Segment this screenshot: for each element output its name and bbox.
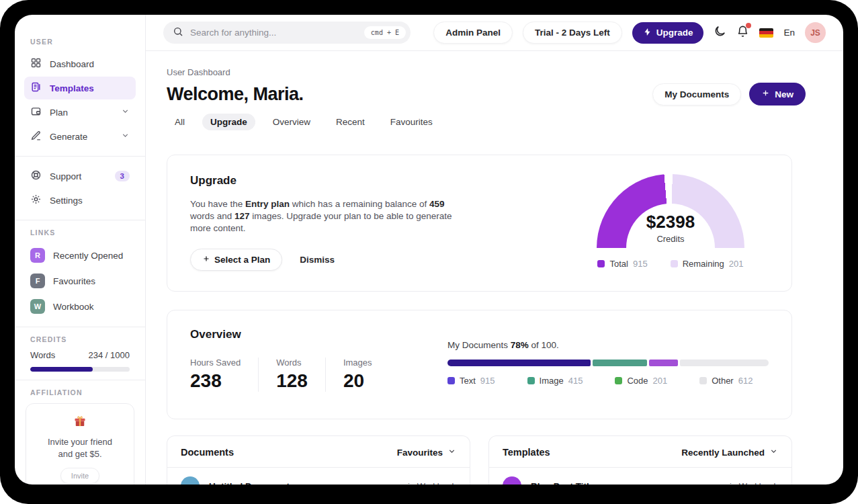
tab-upgrade[interactable]: Upgrade xyxy=(202,114,255,130)
sidebar-divider xyxy=(15,380,145,380)
upgrade-button[interactable]: Upgrade xyxy=(632,22,704,44)
select-plan-label: Select a Plan xyxy=(214,255,270,265)
chevron-down-icon xyxy=(447,447,456,458)
lightning-bolt-icon xyxy=(643,28,652,38)
sidebar-item-label: Favourites xyxy=(53,276,95,286)
sidebar-link-favourites[interactable]: F Favourites xyxy=(24,269,136,293)
legend-swatch xyxy=(447,377,455,384)
app-window: USER Dashboard Templates Plan xyxy=(15,15,843,485)
templates-card-title: Templates xyxy=(503,447,550,458)
pencil-icon xyxy=(30,130,42,143)
legend-swatch xyxy=(527,377,535,384)
search-input[interactable] xyxy=(190,28,357,38)
documents-progress-text: My Documents 78% of 100. xyxy=(447,340,769,350)
search-bar[interactable]: cmd + E xyxy=(163,22,411,44)
language-selector[interactable]: En xyxy=(783,28,795,38)
link-initial-badge: W xyxy=(30,299,45,314)
stacked-progress-bar xyxy=(447,360,769,366)
germany-flag-icon[interactable] xyxy=(759,28,773,38)
legend-item-code: Code 201 xyxy=(615,376,667,386)
sidebar-item-templates[interactable]: Templates xyxy=(24,77,136,99)
sidebar-item-plan[interactable]: Plan xyxy=(24,101,136,124)
sidebar: USER Dashboard Templates Plan xyxy=(15,15,146,485)
dashboard-grid-icon xyxy=(30,57,42,71)
select-plan-button[interactable]: Select a Plan xyxy=(190,249,282,271)
bar-segment-image xyxy=(593,360,647,366)
sidebar-item-label: Plan xyxy=(50,108,68,118)
sidebar-item-support[interactable]: Support 3 xyxy=(24,165,136,187)
sidebar-section-credits: CREDITS xyxy=(30,335,130,343)
gauge-chart: $2398 Credits xyxy=(597,174,744,249)
stat-hours-saved: Hours Saved 238 xyxy=(190,358,258,392)
documents-card: Documents Favourites Untitled Document xyxy=(167,435,470,485)
overview-card: Overview Hours Saved 238 Words 128 xyxy=(167,310,792,419)
credits-words-value: 234 / 1000 xyxy=(89,350,130,360)
my-documents-button[interactable]: My Documents xyxy=(652,83,741,106)
new-button[interactable]: New xyxy=(749,83,806,106)
lifebuoy-icon xyxy=(30,169,42,183)
plus-icon xyxy=(761,89,770,99)
tab-recent[interactable]: Recent xyxy=(328,114,373,130)
admin-panel-button[interactable]: Admin Panel xyxy=(433,22,513,44)
sidebar-divider xyxy=(15,220,145,220)
link-initial-badge: F xyxy=(30,274,45,288)
document-list-item[interactable]: Untitled Document in Workbook xyxy=(167,468,470,485)
stat-words: Words 128 xyxy=(258,358,325,392)
breadcrumb: User Dashboard xyxy=(167,67,806,77)
tab-favourites[interactable]: Favourites xyxy=(382,114,441,130)
bar-legend: Text 915 Image 415 Code 20 xyxy=(447,376,769,386)
overview-card-title: Overview xyxy=(190,328,447,341)
documents-card-title: Documents xyxy=(181,447,234,458)
gear-icon xyxy=(30,194,42,207)
legend-item-image: Image 415 xyxy=(527,376,583,386)
templates-card: Templates Recently Launched Blog Post Ti… xyxy=(488,435,792,485)
sidebar-item-label: Dashboard xyxy=(50,59,94,69)
search-shortcut-hint: cmd + E xyxy=(364,26,406,39)
affiliation-card: Invite your friend and get $5. Invite xyxy=(26,403,134,485)
sidebar-item-label: Generate xyxy=(50,132,87,142)
legend-item-total: Total 915 xyxy=(597,259,647,269)
link-initial-badge: R xyxy=(30,248,45,263)
chevron-down-icon xyxy=(769,447,778,458)
search-icon xyxy=(173,26,183,40)
sidebar-link-recently-opened[interactable]: R Recently Opened xyxy=(24,243,136,267)
tab-overview[interactable]: Overview xyxy=(265,114,318,130)
topbar: cmd + E Admin Panel Trial - 2 Days Left … xyxy=(146,15,843,51)
template-list-item[interactable]: Blog Post Title in Workbook xyxy=(489,468,791,485)
sidebar-item-label: Settings xyxy=(50,196,83,206)
trial-status-button[interactable]: Trial - 2 Days Left xyxy=(523,22,622,44)
sidebar-item-settings[interactable]: Settings xyxy=(24,189,136,212)
upgrade-button-label: Upgrade xyxy=(656,28,693,38)
user-avatar[interactable]: JS xyxy=(805,22,826,43)
plus-icon xyxy=(202,255,210,265)
credits-gauge: $2398 Credits Total 915 xyxy=(590,174,751,271)
documents-filter-dropdown[interactable]: Favourites xyxy=(397,447,456,458)
sidebar-section-user: USER xyxy=(30,38,130,46)
stat-images: Images 20 xyxy=(325,358,390,392)
notifications-button[interactable] xyxy=(736,25,749,40)
upgrade-card-body: You have the Entry plan which has a rema… xyxy=(190,198,464,234)
bottom-cards-row: Documents Favourites Untitled Document xyxy=(167,435,792,485)
invite-button[interactable]: Invite xyxy=(60,468,99,484)
legend-item-remaining: Remaining 201 xyxy=(671,259,744,269)
sidebar-link-workbook[interactable]: W Workbook xyxy=(24,294,136,319)
bar-segment-text xyxy=(447,360,591,366)
sidebar-section-affiliation: AFFILIATION xyxy=(30,388,130,396)
legend-swatch xyxy=(671,260,678,267)
gauge-center-value: $2398 xyxy=(597,212,744,233)
legend-item-other: Other 612 xyxy=(699,376,753,386)
overview-stats-block: Overview Hours Saved 238 Words 128 xyxy=(190,328,447,398)
sidebar-item-dashboard[interactable]: Dashboard xyxy=(24,52,136,75)
gift-icon xyxy=(73,419,87,430)
sidebar-item-generate[interactable]: Generate xyxy=(24,125,136,148)
sidebar-divider xyxy=(15,327,145,327)
tab-all[interactable]: All xyxy=(167,114,193,130)
legend-item-text: Text 915 xyxy=(447,376,495,386)
templates-document-icon xyxy=(30,81,42,95)
sidebar-section-links: LINKS xyxy=(30,228,130,237)
upgrade-card-title: Upgrade xyxy=(190,174,464,187)
sidebar-item-label: Support xyxy=(50,171,81,181)
dismiss-button[interactable]: Dismiss xyxy=(300,255,335,265)
templates-filter-dropdown[interactable]: Recently Launched xyxy=(681,447,778,458)
dark-mode-toggle[interactable] xyxy=(714,25,726,40)
